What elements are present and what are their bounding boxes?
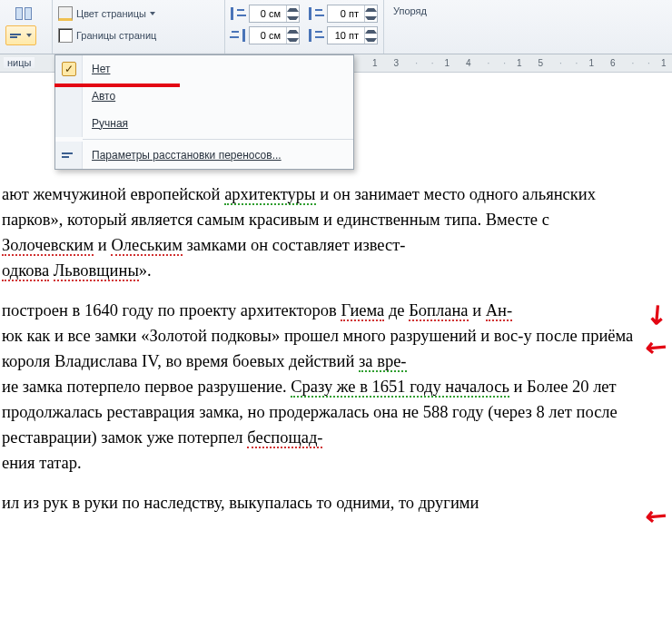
text-run: ие замка потерпело первое разрушение. [2,378,291,396]
page-color-icon [58,6,73,21]
page-borders-button[interactable]: Границы страниц [58,25,219,45]
chevron-down-icon [26,34,32,37]
indent-right-input[interactable]: 0 см [249,26,300,44]
grammar-squiggle[interactable]: за вре- [359,352,407,372]
document-body[interactable]: ают жемчужиной европейской архитектуры и… [0,182,672,530]
spacing-before-value: 0 пт [328,8,364,19]
ruler-mark: 17 [632,58,672,68]
grammar-squiggle[interactable]: Сразу же в 1651 году началось [291,378,509,398]
spelling-squiggle[interactable]: одкова [2,261,49,281]
spelling-squiggle[interactable]: Ан- [486,301,512,321]
hyphenation-option-manual[interactable]: Ручная [55,110,353,137]
spin-arrows[interactable] [364,27,377,44]
text-run: ». [139,261,152,280]
spin-arrows[interactable] [286,27,299,44]
grammar-squiggle[interactable]: архитектуры [224,185,315,205]
menu-label: Нет [92,63,110,75]
menu-label: Ручная [92,117,128,130]
menu-label: Параметры расстановки переносов... [92,149,282,162]
chevron-down-icon [150,12,155,15]
spacing-after-value: 10 пт [328,30,364,41]
spin-arrows[interactable] [364,5,377,22]
arrow-up-icon [287,30,299,34]
hyphenation-options[interactable]: Параметры расстановки переносов... [55,142,353,169]
text-run: де [384,301,409,319]
text-run: юк как и все замки «Золотой подковы» про… [2,327,633,370]
spacing-before-icon [309,7,323,20]
spelling-squiggle[interactable]: Боплана [409,301,468,321]
page-borders-label: Границы страниц [76,30,156,41]
spin-arrows[interactable] [286,5,299,22]
menu-label: Авто [92,90,115,103]
text-run: замками он составляет извест- [183,236,406,254]
spelling-squiggle[interactable]: беспощад- [247,428,322,448]
arrow-down-icon [365,38,377,42]
arrow-up-icon [365,8,377,12]
spelling-squiggle[interactable]: Золочевским [2,236,94,256]
spacing-after-input[interactable]: 10 пт [327,26,378,44]
indent-left-input[interactable]: 0 см [249,5,300,23]
text-run: ают жемчужиной европейской [2,185,224,203]
spelling-squiggle[interactable]: Львовщины [54,261,139,281]
paragraph[interactable]: ил из рук в руки по наследству, выкупала… [0,490,672,516]
paragraph[interactable]: построен в 1640 году по проекту архитект… [0,298,672,476]
text-run: ил из рук в руки по наследству, выкупала… [2,494,479,512]
arrow-up-icon [287,8,299,12]
group-label: ницы [4,57,35,68]
page-borders-icon [58,28,73,43]
spelling-squiggle[interactable]: Гиема [341,301,384,321]
indent-group: 0 см 0 см [225,0,384,54]
arrange-label: Упоряд [393,5,427,16]
annotation-underline [54,84,180,87]
spacing-after-icon [309,29,323,42]
ruler-mark: 15 [488,58,559,68]
arrow-down-icon [365,16,377,20]
indent-right-icon [231,29,245,42]
page-color-button[interactable]: Цвет страницы [58,4,219,24]
ruler-mark: 16 [559,58,631,68]
text-run: построен в 1640 году по проекту архитект… [2,301,341,319]
columns-button[interactable] [5,4,42,24]
hyphenation-button[interactable] [5,25,36,45]
spacing-before-input[interactable]: 0 пт [327,5,378,23]
text-run: и [469,301,486,319]
spelling-squiggle[interactable]: Олеським [111,236,183,256]
paragraph[interactable]: ают жемчужиной европейской архитектуры и… [0,182,672,283]
text-run: и [94,236,111,254]
indent-right-value: 0 см [250,30,286,41]
hyphenation-dropdown: ✓ Нет Авто Ручная Параметры расстановки … [54,54,354,170]
hyphenation-option-none[interactable]: ✓ Нет [55,55,353,83]
ruler-mark: 14 [415,58,487,68]
arrow-up-icon [365,30,377,34]
ribbon: ницы Цвет страницы Границы страниц 0 см [0,0,672,54]
arrow-down-icon [287,16,299,20]
text-run: ения татар. [2,454,82,472]
ruler-mark: 13 [372,58,415,68]
check-icon: ✓ [62,62,76,76]
menu-separator [83,139,353,140]
hyphenation-icon [62,149,76,162]
indent-left-value: 0 см [250,8,286,19]
page-color-label: Цвет страницы [76,8,146,19]
indent-left-icon [231,7,245,20]
arrow-down-icon [287,38,299,42]
